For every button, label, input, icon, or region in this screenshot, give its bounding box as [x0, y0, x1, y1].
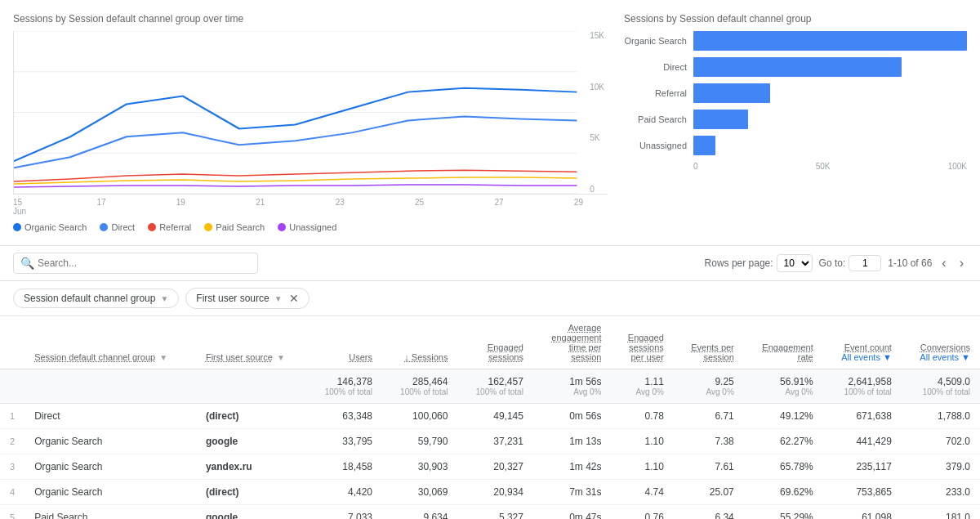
col-sessions: ↓ Sessions — [382, 316, 457, 369]
filter-source[interactable]: First user source ▼ ✕ — [185, 288, 309, 309]
legend-dot-paid — [204, 223, 212, 231]
x-axis-labels: 15Jun 17 19 21 23 25 27 29 — [13, 198, 608, 216]
next-page-button[interactable]: › — [956, 254, 967, 272]
bar-chart-section: Sessions by Session default channel grou… — [624, 13, 967, 232]
table-row: 3 Organic Search yandex.ru 18,458 30,903… — [0, 454, 980, 480]
search-box[interactable]: 🔍 — [13, 253, 258, 274]
filter-source-close[interactable]: ✕ — [289, 292, 299, 305]
go-to: Go to: — [819, 255, 882, 271]
table-header-row: Session default channel group ▼ First us… — [0, 316, 980, 369]
col-avg: Averageengagementtime persession — [533, 316, 612, 369]
legend-organic: Organic Search — [13, 222, 87, 232]
totals-row: 146,378 100% of total 285,464 100% of to… — [0, 369, 980, 404]
table-row: 5 Paid Search google 7,033 9,634 5,327 0… — [0, 505, 980, 520]
filter-source-label: First user source — [196, 293, 269, 304]
line-chart-section: Sessions by Session default channel grou… — [13, 13, 608, 232]
rows-per-page-label: Rows per page: — [705, 257, 773, 269]
col-engaged: Engagedsessions — [457, 316, 532, 369]
rows-per-page: Rows per page: 10 25 50 — [705, 254, 813, 272]
filter-channel[interactable]: Session default channel group ▼ — [13, 289, 179, 308]
legend-dot-referral — [148, 223, 156, 231]
toolbar-right: Rows per page: 10 25 50 Go to: 1-10 of 6… — [705, 254, 967, 272]
filter-channel-arrow: ▼ — [160, 294, 168, 303]
search-icon: 🔍 — [20, 257, 34, 270]
rows-per-page-select[interactable]: 10 25 50 — [777, 254, 813, 272]
bar-row-referral: Referral — [624, 83, 967, 103]
y-axis-labels: 15K 10K 5K 0 — [586, 31, 608, 194]
table-row: 2 Organic Search google 33,795 59,790 37… — [0, 429, 980, 454]
bar-chart-title: Sessions by Session default channel grou… — [624, 13, 967, 25]
col-channel[interactable]: Session default channel group ▼ — [24, 316, 196, 369]
table-row: 1 Direct (direct) 63,348 100,060 49,145 … — [0, 404, 980, 429]
bar-x-labels: 0 50K 100K — [693, 162, 967, 171]
col-source[interactable]: First user source ▼ — [196, 316, 307, 369]
line-chart: 15K 10K 5K 0 — [13, 31, 608, 195]
table-row: 4 Organic Search (direct) 4,420 30,069 2… — [0, 480, 980, 505]
filter-row: Session default channel group ▼ First us… — [0, 281, 980, 316]
filter-channel-label: Session default channel group — [24, 293, 155, 304]
chart-legend: Organic Search Direct Referral Paid Sear… — [13, 222, 608, 232]
col-conversions[interactable]: Conversions All events ▼ — [902, 316, 980, 369]
line-chart-title: Sessions by Session default channel grou… — [13, 13, 608, 25]
col-num — [0, 316, 24, 369]
table-section: 🔍 Rows per page: 10 25 50 Go to: 1-10 of… — [0, 246, 980, 519]
bar-row-organic: Organic Search — [624, 31, 967, 51]
legend-unassigned: Unassigned — [278, 222, 336, 232]
bar-chart: Organic Search Direct Referral — [624, 31, 967, 171]
table-toolbar: 🔍 Rows per page: 10 25 50 Go to: 1-10 of… — [0, 246, 980, 281]
data-table: Session default channel group ▼ First us… — [0, 316, 980, 519]
legend-referral: Referral — [148, 222, 191, 232]
legend-dot-organic — [13, 223, 21, 231]
legend-paid: Paid Search — [204, 222, 265, 232]
go-to-label: Go to: — [819, 257, 846, 269]
col-event-count[interactable]: Event count All events ▼ — [823, 316, 902, 369]
bar-row-direct: Direct — [624, 57, 967, 77]
prev-page-button[interactable]: ‹ — [938, 254, 949, 272]
table-wrapper: Session default channel group ▼ First us… — [0, 316, 980, 519]
legend-dot-direct — [100, 223, 108, 231]
search-input[interactable] — [38, 257, 251, 269]
col-events-session: Events persession — [674, 316, 744, 369]
col-users: Users — [307, 316, 382, 369]
line-chart-svg — [14, 31, 608, 194]
bar-row-unassigned: Unassigned — [624, 136, 967, 155]
col-rate: Engagementrate — [744, 316, 823, 369]
page-range: 1-10 of 66 — [888, 257, 932, 269]
filter-source-arrow: ▼ — [274, 294, 283, 303]
bar-row-paid: Paid Search — [624, 110, 967, 129]
legend-dot-unassigned — [278, 223, 286, 231]
legend-direct: Direct — [100, 222, 135, 232]
page-input[interactable] — [849, 255, 881, 271]
col-engaged-user: Engagedsessionsper user — [611, 316, 673, 369]
